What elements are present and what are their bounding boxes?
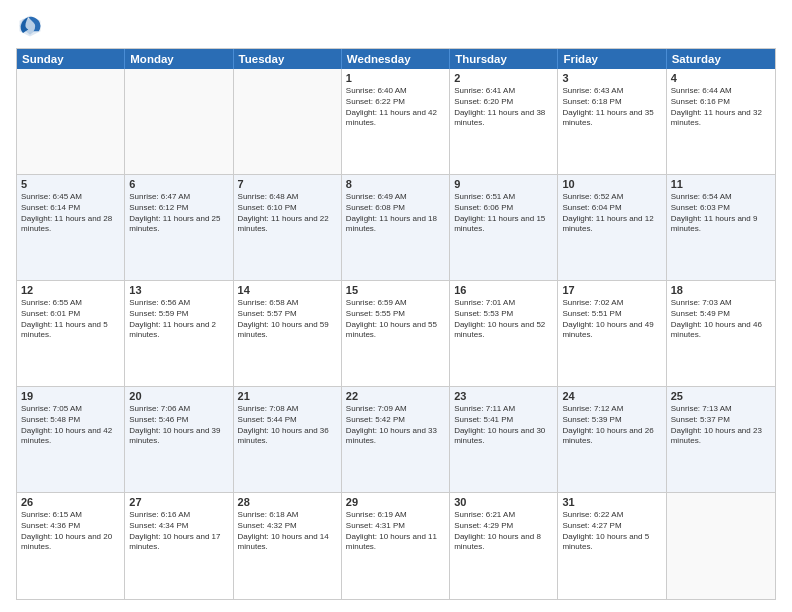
day-number: 4 [671, 72, 771, 84]
calendar-cell: 29Sunrise: 6:19 AM Sunset: 4:31 PM Dayli… [342, 493, 450, 599]
cell-info: Sunrise: 7:09 AM Sunset: 5:42 PM Dayligh… [346, 404, 445, 447]
calendar-week-5: 26Sunrise: 6:15 AM Sunset: 4:36 PM Dayli… [17, 493, 775, 599]
day-number: 20 [129, 390, 228, 402]
calendar-cell [17, 69, 125, 174]
calendar-cell: 13Sunrise: 6:56 AM Sunset: 5:59 PM Dayli… [125, 281, 233, 386]
day-number: 8 [346, 178, 445, 190]
calendar-cell: 30Sunrise: 6:21 AM Sunset: 4:29 PM Dayli… [450, 493, 558, 599]
calendar-body: 1Sunrise: 6:40 AM Sunset: 6:22 PM Daylig… [17, 69, 775, 599]
day-header-wednesday: Wednesday [342, 49, 450, 69]
calendar-week-4: 19Sunrise: 7:05 AM Sunset: 5:48 PM Dayli… [17, 387, 775, 493]
cell-info: Sunrise: 6:58 AM Sunset: 5:57 PM Dayligh… [238, 298, 337, 341]
calendar-cell: 31Sunrise: 6:22 AM Sunset: 4:27 PM Dayli… [558, 493, 666, 599]
calendar-cell: 4Sunrise: 6:44 AM Sunset: 6:16 PM Daylig… [667, 69, 775, 174]
calendar-cell: 28Sunrise: 6:18 AM Sunset: 4:32 PM Dayli… [234, 493, 342, 599]
day-number: 6 [129, 178, 228, 190]
cell-info: Sunrise: 7:12 AM Sunset: 5:39 PM Dayligh… [562, 404, 661, 447]
day-number: 19 [21, 390, 120, 402]
cell-info: Sunrise: 6:45 AM Sunset: 6:14 PM Dayligh… [21, 192, 120, 235]
day-number: 9 [454, 178, 553, 190]
day-number: 13 [129, 284, 228, 296]
calendar-week-3: 12Sunrise: 6:55 AM Sunset: 6:01 PM Dayli… [17, 281, 775, 387]
calendar-cell: 10Sunrise: 6:52 AM Sunset: 6:04 PM Dayli… [558, 175, 666, 280]
header [16, 12, 776, 40]
day-number: 2 [454, 72, 553, 84]
calendar-cell [667, 493, 775, 599]
calendar-cell: 9Sunrise: 6:51 AM Sunset: 6:06 PM Daylig… [450, 175, 558, 280]
cell-info: Sunrise: 7:02 AM Sunset: 5:51 PM Dayligh… [562, 298, 661, 341]
day-number: 23 [454, 390, 553, 402]
day-number: 11 [671, 178, 771, 190]
day-header-monday: Monday [125, 49, 233, 69]
cell-info: Sunrise: 6:15 AM Sunset: 4:36 PM Dayligh… [21, 510, 120, 553]
cell-info: Sunrise: 6:16 AM Sunset: 4:34 PM Dayligh… [129, 510, 228, 553]
calendar-cell: 16Sunrise: 7:01 AM Sunset: 5:53 PM Dayli… [450, 281, 558, 386]
calendar-cell: 12Sunrise: 6:55 AM Sunset: 6:01 PM Dayli… [17, 281, 125, 386]
day-number: 10 [562, 178, 661, 190]
calendar-cell: 8Sunrise: 6:49 AM Sunset: 6:08 PM Daylig… [342, 175, 450, 280]
page: SundayMondayTuesdayWednesdayThursdayFrid… [0, 0, 792, 612]
cell-info: Sunrise: 7:08 AM Sunset: 5:44 PM Dayligh… [238, 404, 337, 447]
day-header-tuesday: Tuesday [234, 49, 342, 69]
calendar-cell: 25Sunrise: 7:13 AM Sunset: 5:37 PM Dayli… [667, 387, 775, 492]
calendar-cell: 20Sunrise: 7:06 AM Sunset: 5:46 PM Dayli… [125, 387, 233, 492]
cell-info: Sunrise: 6:56 AM Sunset: 5:59 PM Dayligh… [129, 298, 228, 341]
day-number: 21 [238, 390, 337, 402]
calendar-cell [125, 69, 233, 174]
cell-info: Sunrise: 7:06 AM Sunset: 5:46 PM Dayligh… [129, 404, 228, 447]
calendar-cell: 14Sunrise: 6:58 AM Sunset: 5:57 PM Dayli… [234, 281, 342, 386]
day-number: 18 [671, 284, 771, 296]
cell-info: Sunrise: 6:48 AM Sunset: 6:10 PM Dayligh… [238, 192, 337, 235]
day-header-thursday: Thursday [450, 49, 558, 69]
calendar-cell: 5Sunrise: 6:45 AM Sunset: 6:14 PM Daylig… [17, 175, 125, 280]
day-number: 12 [21, 284, 120, 296]
calendar: SundayMondayTuesdayWednesdayThursdayFrid… [16, 48, 776, 600]
cell-info: Sunrise: 7:11 AM Sunset: 5:41 PM Dayligh… [454, 404, 553, 447]
cell-info: Sunrise: 6:47 AM Sunset: 6:12 PM Dayligh… [129, 192, 228, 235]
calendar-cell: 2Sunrise: 6:41 AM Sunset: 6:20 PM Daylig… [450, 69, 558, 174]
calendar-cell: 7Sunrise: 6:48 AM Sunset: 6:10 PM Daylig… [234, 175, 342, 280]
calendar-week-2: 5Sunrise: 6:45 AM Sunset: 6:14 PM Daylig… [17, 175, 775, 281]
cell-info: Sunrise: 7:05 AM Sunset: 5:48 PM Dayligh… [21, 404, 120, 447]
day-number: 25 [671, 390, 771, 402]
day-number: 26 [21, 496, 120, 508]
cell-info: Sunrise: 6:43 AM Sunset: 6:18 PM Dayligh… [562, 86, 661, 129]
day-number: 14 [238, 284, 337, 296]
cell-info: Sunrise: 6:19 AM Sunset: 4:31 PM Dayligh… [346, 510, 445, 553]
day-header-sunday: Sunday [17, 49, 125, 69]
cell-info: Sunrise: 6:40 AM Sunset: 6:22 PM Dayligh… [346, 86, 445, 129]
logo [16, 12, 46, 40]
calendar-cell: 1Sunrise: 6:40 AM Sunset: 6:22 PM Daylig… [342, 69, 450, 174]
day-number: 3 [562, 72, 661, 84]
cell-info: Sunrise: 7:01 AM Sunset: 5:53 PM Dayligh… [454, 298, 553, 341]
cell-info: Sunrise: 6:54 AM Sunset: 6:03 PM Dayligh… [671, 192, 771, 235]
cell-info: Sunrise: 6:55 AM Sunset: 6:01 PM Dayligh… [21, 298, 120, 341]
day-header-saturday: Saturday [667, 49, 775, 69]
calendar-cell: 26Sunrise: 6:15 AM Sunset: 4:36 PM Dayli… [17, 493, 125, 599]
cell-info: Sunrise: 6:21 AM Sunset: 4:29 PM Dayligh… [454, 510, 553, 553]
calendar-cell: 21Sunrise: 7:08 AM Sunset: 5:44 PM Dayli… [234, 387, 342, 492]
day-number: 5 [21, 178, 120, 190]
cell-info: Sunrise: 6:52 AM Sunset: 6:04 PM Dayligh… [562, 192, 661, 235]
cell-info: Sunrise: 6:44 AM Sunset: 6:16 PM Dayligh… [671, 86, 771, 129]
calendar-cell: 11Sunrise: 6:54 AM Sunset: 6:03 PM Dayli… [667, 175, 775, 280]
day-number: 31 [562, 496, 661, 508]
day-number: 17 [562, 284, 661, 296]
day-number: 15 [346, 284, 445, 296]
logo-icon [16, 12, 44, 40]
cell-info: Sunrise: 6:49 AM Sunset: 6:08 PM Dayligh… [346, 192, 445, 235]
day-number: 16 [454, 284, 553, 296]
calendar-cell: 23Sunrise: 7:11 AM Sunset: 5:41 PM Dayli… [450, 387, 558, 492]
cell-info: Sunrise: 6:41 AM Sunset: 6:20 PM Dayligh… [454, 86, 553, 129]
day-number: 1 [346, 72, 445, 84]
calendar-cell: 3Sunrise: 6:43 AM Sunset: 6:18 PM Daylig… [558, 69, 666, 174]
calendar-week-1: 1Sunrise: 6:40 AM Sunset: 6:22 PM Daylig… [17, 69, 775, 175]
day-number: 24 [562, 390, 661, 402]
day-number: 29 [346, 496, 445, 508]
calendar-cell: 17Sunrise: 7:02 AM Sunset: 5:51 PM Dayli… [558, 281, 666, 386]
day-number: 30 [454, 496, 553, 508]
calendar-cell: 22Sunrise: 7:09 AM Sunset: 5:42 PM Dayli… [342, 387, 450, 492]
day-number: 7 [238, 178, 337, 190]
calendar-cell: 19Sunrise: 7:05 AM Sunset: 5:48 PM Dayli… [17, 387, 125, 492]
calendar-header-row: SundayMondayTuesdayWednesdayThursdayFrid… [17, 49, 775, 69]
